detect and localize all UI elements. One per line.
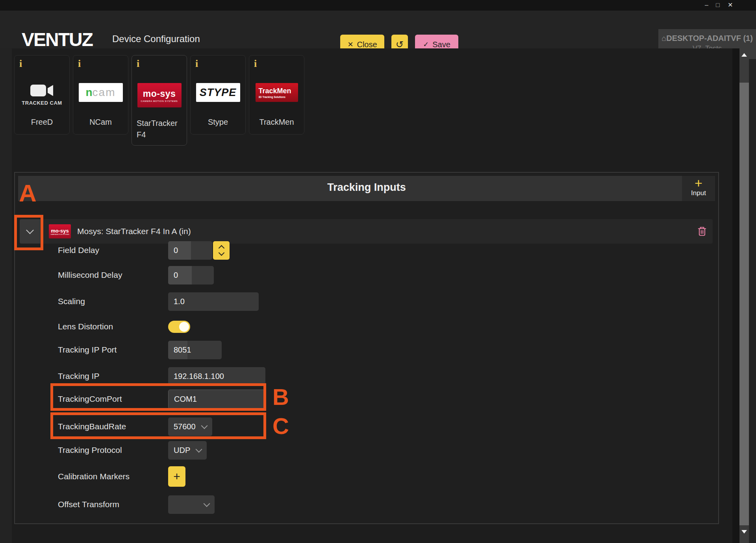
info-icon[interactable]: i [195, 58, 198, 70]
selected-value: 57600 [168, 422, 196, 431]
chevron-down-icon [204, 501, 210, 507]
field-label: Offset Transform [58, 500, 168, 509]
tracking-protocol-select[interactable]: UDP [168, 441, 207, 460]
scaling-input[interactable] [168, 292, 259, 311]
field-label: Calibration Markers [58, 472, 168, 481]
add-input-label: Input [682, 189, 715, 197]
field-row-tracking-ip-port: Tracking IP Port [15, 340, 718, 359]
tracking-inputs-title: Tracking Inputs [18, 181, 715, 194]
tracking-inputs-header: Tracking Inputs + Input [18, 176, 715, 201]
device-card-startracker-f4[interactable]: i mo-sys camera motion systems StarTrack… [132, 55, 187, 146]
tracking-input-row: mo-sys camera motion systems Mosys: Star… [20, 219, 713, 244]
device-card-stype[interactable]: i STYPE Stype [190, 55, 246, 135]
ventuz-logo: VENTUZ [22, 29, 93, 50]
tracking-ip-input[interactable] [168, 367, 265, 386]
header: VENTUZ Device Configuration 1_temp ✕ Clo… [0, 11, 756, 48]
field-label: Field Delay [58, 246, 168, 255]
info-icon[interactable]: i [254, 58, 257, 70]
content-edge [732, 48, 739, 543]
device-card-label: Stype [191, 118, 245, 127]
field-row-tracking-ip: Tracking IP [15, 367, 718, 386]
device-card-freed[interactable]: i TRACKED CAM FreeD [14, 55, 70, 135]
machine-name: DESKTOP-ADAITVF (1) [666, 34, 753, 42]
field-label: Tracking IP Port [58, 345, 168, 355]
add-input-button[interactable]: + Input [682, 176, 715, 201]
scroll-up-arrow-icon[interactable] [741, 53, 747, 57]
tracking-ip-port-input[interactable] [168, 341, 222, 359]
device-card-label: TrackMen [249, 118, 304, 127]
page-title: Device Configuration [112, 33, 200, 44]
home-icon: ⌂ [662, 34, 666, 42]
info-icon[interactable]: i [19, 58, 22, 70]
chevron-down-icon [26, 226, 34, 234]
freed-logo-caption: TRACKED CAM [22, 100, 62, 106]
field-label: Tracking IP [58, 371, 168, 381]
plus-icon: + [682, 176, 715, 190]
field-label: TrackingBaudRate [58, 422, 168, 431]
freed-logo: TRACKED CAM [15, 83, 69, 106]
save-check-icon: ✓ [423, 40, 429, 49]
field-row-millisecond-delay: Millisecond Delay [15, 266, 718, 284]
field-label: Tracking Protocol [58, 445, 168, 455]
mosys-row-logo: mo-sys camera motion systems [49, 224, 71, 238]
chevron-down-icon [201, 423, 208, 429]
camera-icon [30, 83, 55, 98]
device-card-ncam[interactable]: i ncam NCam [73, 55, 128, 135]
tracking-baud-rate-select[interactable]: 57600 [168, 417, 212, 436]
minimize-icon[interactable]: – [705, 1, 708, 9]
millisecond-delay-input[interactable] [168, 266, 214, 284]
field-row-offset-transform: Offset Transform [15, 495, 718, 514]
ncam-logo: ncam [73, 83, 128, 102]
field-row-tracking-protocol: Tracking Protocol UDP [15, 441, 718, 460]
device-card-label: StarTracker F4 [132, 118, 187, 140]
field-row-tracking-baud-rate: TrackingBaudRate 57600 [15, 417, 718, 436]
close-x-icon: ✕ [347, 40, 353, 49]
scrollbar-thumb[interactable] [739, 83, 749, 525]
lens-distortion-toggle[interactable] [168, 321, 190, 333]
field-label: Millisecond Delay [58, 270, 168, 280]
field-label: TrackingComPort [58, 394, 168, 404]
field-row-calibration-markers: Calibration Markers + [15, 467, 718, 486]
tracking-com-port-input[interactable] [169, 390, 265, 408]
tracking-input-row-label: Mosys: StarTracker F4 In A (in) [77, 227, 695, 236]
field-delay-input[interactable] [168, 241, 212, 260]
spinner-down-icon [218, 249, 224, 256]
window-titlebar: – □ ✕ [0, 0, 756, 11]
vertical-scrollbar[interactable] [739, 48, 749, 543]
field-delay-stepper[interactable] [213, 241, 230, 260]
scroll-down-arrow-icon[interactable] [741, 530, 747, 534]
field-row-field-delay: Field Delay [15, 241, 718, 260]
info-icon[interactable]: i [137, 58, 139, 70]
device-card-trackmen[interactable]: i TrackMen 3D Tracking Solutions TrackMe… [249, 55, 304, 135]
device-card-label: NCam [73, 118, 128, 127]
collapse-expander-button[interactable] [20, 219, 40, 244]
field-row-lens-distortion: Lens Distortion [15, 317, 718, 336]
device-configuration-window: – □ ✕ VENTUZ Device Configuration 1_temp… [0, 0, 756, 543]
device-card-label: FreeD [15, 118, 69, 127]
close-window-icon[interactable]: ✕ [728, 1, 733, 9]
offset-transform-select[interactable] [168, 495, 215, 514]
toggle-knob [179, 322, 189, 332]
maximize-icon[interactable]: □ [716, 1, 720, 9]
field-label: Lens Distortion [58, 322, 168, 331]
info-icon[interactable]: i [78, 58, 81, 70]
field-row-scaling: Scaling [15, 292, 718, 311]
add-calibration-marker-button[interactable]: + [168, 466, 185, 487]
delete-input-button[interactable] [695, 225, 709, 238]
close-button-label: Close [357, 40, 377, 49]
trash-icon [697, 226, 707, 237]
save-button-label: Save [432, 40, 450, 49]
field-label: Scaling [58, 297, 168, 306]
tracking-inputs-panel: Tracking Inputs + Input mo-sys camera mo… [14, 172, 719, 524]
selected-value: UDP [168, 446, 190, 455]
mosys-logo: mo-sys camera motion systems [132, 83, 187, 107]
stype-logo: STYPE [191, 83, 245, 102]
field-row-tracking-com-port: TrackingComPort [15, 390, 718, 408]
trackmen-logo: TrackMen 3D Tracking Solutions [249, 83, 304, 102]
chevron-down-icon [196, 446, 202, 453]
